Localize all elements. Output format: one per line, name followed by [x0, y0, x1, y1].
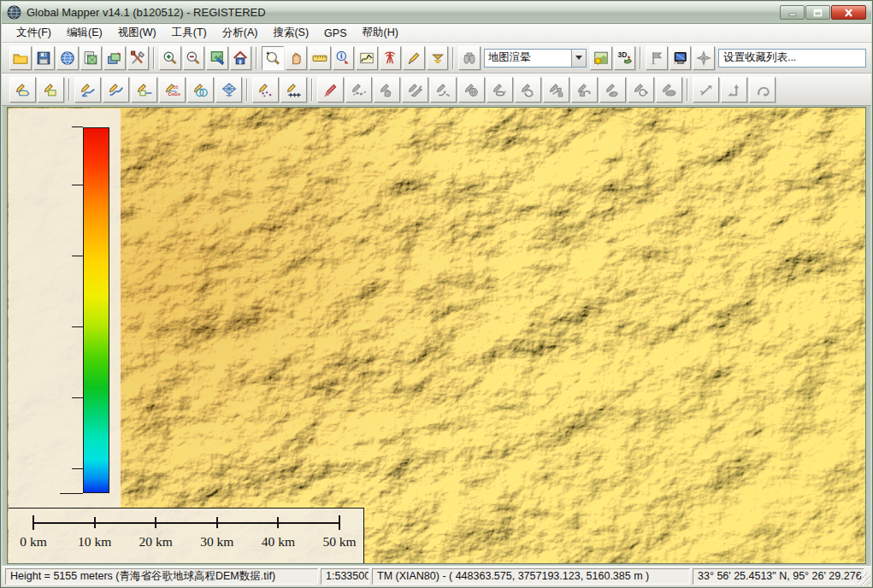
- status-height-readout: Height = 5155 meters (青海省谷歌地球高程DEM数据.tif…: [5, 568, 318, 585]
- create-circle-feature-button[interactable]: [187, 77, 214, 103]
- profile-chart-icon: [359, 50, 375, 66]
- terrain-tint-overlay: [8, 108, 865, 563]
- pencil-cogo-icon: 36CoGo: [165, 82, 180, 97]
- toolbar-separator: [311, 79, 313, 101]
- ruler-icon: [312, 50, 327, 66]
- menu-edit[interactable]: 编辑(E): [59, 24, 110, 42]
- create-cogo-feature-button[interactable]: 36CoGo: [159, 77, 186, 103]
- create-point-feature-button[interactable]: [252, 77, 279, 103]
- legend-tick-mark: [72, 326, 83, 327]
- edit-globe-feature-button: [458, 77, 485, 103]
- zoom-out-button[interactable]: [183, 46, 205, 70]
- grab-feature-button: [374, 77, 400, 103]
- gray-loop-arrow-icon: [493, 82, 508, 97]
- digitizer-tool-button[interactable]: [403, 46, 425, 70]
- menu-search[interactable]: 搜索(S): [265, 24, 316, 42]
- configuration-button[interactable]: [127, 46, 150, 70]
- pencil-circle-icon: [193, 82, 209, 97]
- download-online-data-button[interactable]: [56, 46, 79, 70]
- antenna-tower-icon: [382, 50, 398, 66]
- create-line-from-rectangle-button[interactable]: [131, 77, 157, 103]
- create-area-feature-button[interactable]: [9, 77, 36, 103]
- create-range-rings-button[interactable]: [317, 77, 344, 103]
- toolbar-separator: [153, 47, 155, 69]
- scale-bar-label: 30 km: [192, 534, 243, 550]
- blob-edit-button: [656, 77, 682, 103]
- menu-analysis[interactable]: 分析(A): [215, 24, 266, 42]
- restore-button[interactable]: [805, 5, 830, 20]
- menu-tools[interactable]: 工具(T): [164, 24, 215, 42]
- menu-gps[interactable]: GPS: [316, 26, 354, 41]
- full-view-button[interactable]: [230, 46, 252, 70]
- zoom-tool-button[interactable]: [262, 46, 284, 70]
- legend-tick-mark: [72, 126, 83, 127]
- create-grid-feature-button[interactable]: [215, 77, 242, 103]
- app-window: Global Mapper v14.1 (b120512) - REGISTER…: [0, 0, 873, 588]
- threed-icon: 3D: [617, 50, 633, 66]
- pencil-points-icon: [258, 82, 274, 97]
- walk-mode-button: [458, 46, 481, 70]
- elevation-legend: 6,822 m6,000 m5,000 m4,000 m3,000 m2,000…: [9, 109, 121, 508]
- pan-tool-button[interactable]: [286, 46, 308, 70]
- measure-tool-button[interactable]: [309, 46, 331, 70]
- shader-options-button[interactable]: [590, 46, 612, 70]
- scale-bar-line: [32, 522, 339, 524]
- zoom-to-data-button[interactable]: [206, 46, 228, 70]
- svg-text:36: 36: [173, 84, 178, 89]
- digitizer-toolbar: 36CoGo: [2, 74, 871, 106]
- create-freehand-line-button[interactable]: [103, 77, 129, 103]
- snap-vertex-button: [430, 77, 457, 103]
- control-center-button[interactable]: [80, 46, 103, 70]
- view-shed-tool-button[interactable]: [380, 46, 402, 70]
- undo-edit-button: [749, 77, 776, 103]
- scale-bar-tick: [339, 515, 340, 530]
- pencil-line-icon: [80, 82, 96, 97]
- pencil-area-icon: [15, 82, 31, 97]
- create-line-feature-button[interactable]: [74, 77, 101, 103]
- shader-select[interactable]: 地图渲晕: [484, 49, 587, 68]
- legend-tick-mark: [72, 185, 83, 185]
- 3d-view-button[interactable]: 3D: [614, 46, 636, 70]
- favorites-input[interactable]: [718, 49, 866, 68]
- pencil-icon: [406, 50, 422, 66]
- resize-grip[interactable]: [858, 573, 870, 585]
- menu-help[interactable]: 帮助(H): [354, 24, 405, 42]
- open-file-button[interactable]: [9, 46, 32, 70]
- trace-loop-button: [487, 77, 513, 103]
- flag-tool-button: [646, 46, 668, 70]
- shader-select-dropdown-arrow[interactable]: [571, 50, 586, 67]
- app-globe-icon: [7, 5, 21, 20]
- binoculars-icon: [462, 50, 477, 66]
- scale-bar-tick: [277, 517, 279, 528]
- home-icon: [233, 50, 248, 66]
- scale-bar-label: 50 km: [314, 534, 365, 550]
- zoom-in-button[interactable]: [159, 46, 181, 70]
- create-line-vertices-button[interactable]: [280, 77, 307, 103]
- scale-bar-tick: [94, 517, 96, 528]
- save-button[interactable]: [33, 46, 56, 70]
- path-profile-tool-button[interactable]: [356, 46, 378, 70]
- close-button[interactable]: [831, 5, 866, 20]
- magnifier-minus-icon: [186, 50, 201, 66]
- more-tools-dropdown-button[interactable]: [427, 46, 449, 70]
- gray-spin-arrows-icon: [521, 82, 536, 97]
- legend-tick-mark: [72, 468, 83, 469]
- screen-capture-button[interactable]: i: [669, 46, 692, 70]
- menu-view[interactable]: 视图(W): [110, 24, 164, 42]
- monitor-icon: i: [673, 50, 688, 66]
- overlay-control-button[interactable]: [103, 46, 126, 70]
- pencil-red-icon: [323, 82, 339, 97]
- create-rectangle-area-button[interactable]: [38, 77, 64, 103]
- tools-cross-icon: [130, 50, 145, 66]
- minimize-button[interactable]: [780, 5, 805, 20]
- window-title: Global Mapper v14.1 (b120512) - REGISTER…: [27, 6, 780, 19]
- scale-bar-label: 10 km: [69, 534, 121, 550]
- scale-bar-label: 20 km: [130, 534, 181, 550]
- feature-info-tool-button[interactable]: [333, 46, 355, 70]
- flag-icon: [649, 50, 664, 66]
- toolbar-separator: [640, 47, 641, 69]
- map-view[interactable]: 6,822 m6,000 m5,000 m4,000 m3,000 m2,000…: [7, 107, 866, 564]
- gray-grab-hand-icon: [380, 82, 395, 97]
- menu-file[interactable]: 文件(F): [9, 24, 59, 42]
- scale-bar-tick: [32, 515, 34, 530]
